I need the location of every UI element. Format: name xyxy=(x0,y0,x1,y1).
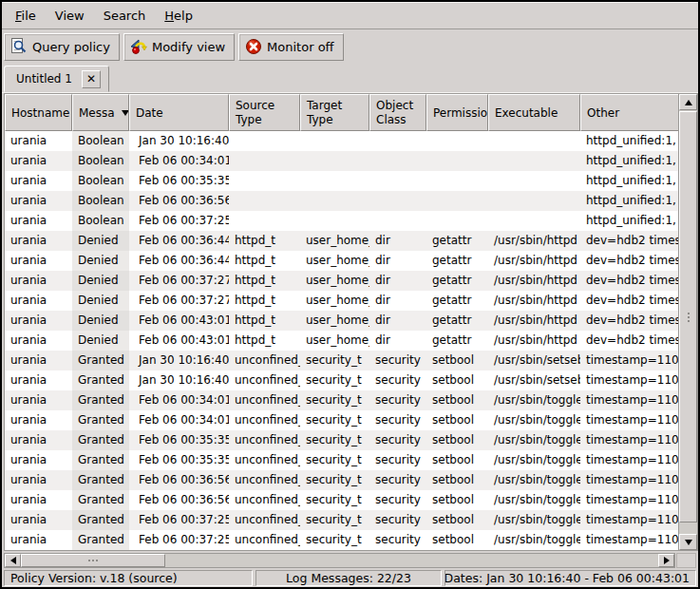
table-row[interactable]: uraniaDeniedFeb 06 00:36:44httpd_tuser_h… xyxy=(5,231,678,251)
log-messages-status: Log Messages: 22/23 xyxy=(255,570,442,586)
table-row[interactable]: uraniaGrantedFeb 06 00:36:56unconfined_s… xyxy=(5,470,678,490)
table-row[interactable]: uraniaBooleanFeb 06 00:35:35httpd_unifie… xyxy=(5,171,678,191)
horizontal-scroll-thumb[interactable] xyxy=(21,554,165,567)
policy-version-status: Policy Version: v.18 (source) xyxy=(4,570,253,586)
cell-source: httpd_t xyxy=(229,231,300,251)
column-header-source-type[interactable]: Source Type xyxy=(229,94,300,131)
cell-message: Boolean xyxy=(72,191,129,211)
table-row[interactable]: uraniaGrantedFeb 06 00:34:01unconfined_s… xyxy=(5,390,678,410)
cell-executable xyxy=(488,131,580,151)
query-policy-button[interactable]: Query policy xyxy=(4,33,120,61)
cell-permission: setbool xyxy=(426,370,488,390)
menu-help[interactable]: Help xyxy=(155,4,202,28)
dates-status: Dates: Jan 30 10:16:40 - Feb 06 00:43:01 xyxy=(445,570,696,586)
cell-target xyxy=(300,131,369,151)
cell-executable: /usr/sbin/toggle xyxy=(488,530,580,550)
column-header-executable[interactable]: Executable xyxy=(488,94,580,131)
cell-executable xyxy=(488,211,580,231)
vertical-scroll-thumb[interactable] xyxy=(679,111,697,522)
cell-hostname: urania xyxy=(5,271,72,291)
cell-hostname: urania xyxy=(5,450,72,470)
cell-target: user_home_ xyxy=(300,291,369,311)
cell-executable: /usr/sbin/httpd xyxy=(488,291,580,311)
cell-hostname: urania xyxy=(5,410,72,430)
table-row[interactable]: uraniaGrantedFeb 06 00:35:35unconfined_s… xyxy=(5,430,678,450)
column-header-object-class[interactable]: Object Class xyxy=(369,94,426,131)
log-table: Hostname Messa Date Source Type Target T… xyxy=(4,93,678,551)
monitor-off-icon xyxy=(245,38,262,55)
table-row[interactable]: uraniaBooleanFeb 06 00:36:56httpd_unifie… xyxy=(5,191,678,211)
scroll-right-button[interactable] xyxy=(658,554,674,567)
menu-file[interactable]: File xyxy=(6,4,46,28)
table-row[interactable]: uraniaGrantedJan 30 10:16:40unconfined_s… xyxy=(5,370,678,390)
table-row[interactable]: uraniaGrantedFeb 06 00:34:01unconfined_s… xyxy=(5,410,678,430)
cell-source: unconfined_ xyxy=(229,390,300,410)
cell-permission: getattr xyxy=(426,231,488,251)
column-header-target-type[interactable]: Target Type xyxy=(300,94,369,131)
vertical-scrollbar[interactable] xyxy=(678,93,698,551)
cell-message: Granted xyxy=(72,530,129,550)
cell-permission: getattr xyxy=(426,291,488,311)
cell-object_class: dir xyxy=(369,331,426,351)
table-row[interactable]: uraniaDeniedFeb 06 00:36:44httpd_tuser_h… xyxy=(5,251,678,271)
cell-message: Denied xyxy=(72,271,129,291)
horizontal-scrollbar[interactable] xyxy=(4,553,675,568)
table-row[interactable]: uraniaBooleanFeb 06 00:34:01httpd_unifie… xyxy=(5,151,678,171)
cell-hostname: urania xyxy=(5,470,72,490)
scroll-left-button[interactable] xyxy=(5,554,21,567)
modify-view-button[interactable]: Modify view xyxy=(123,33,235,61)
horizontal-scroll-track[interactable] xyxy=(21,554,658,567)
scroll-up-button[interactable] xyxy=(679,94,697,110)
column-header-permission[interactable]: Permission xyxy=(426,94,488,131)
cell-object_class: dir xyxy=(369,271,426,291)
table-row[interactable]: uraniaGrantedFeb 06 00:35:35unconfined_s… xyxy=(5,450,678,470)
cell-hostname: urania xyxy=(5,231,72,251)
cell-date: Feb 06 00:37:27 xyxy=(129,271,229,291)
tab-close-button[interactable]: ✕ xyxy=(82,70,101,88)
menu-search[interactable]: Search xyxy=(94,4,156,28)
table-row[interactable]: uraniaDeniedFeb 06 00:37:27httpd_tuser_h… xyxy=(5,291,678,311)
cell-target: security_t xyxy=(300,410,369,430)
cell-target: user_home_ xyxy=(300,251,369,271)
cell-hostname: urania xyxy=(5,211,72,231)
menu-view[interactable]: View xyxy=(46,4,94,28)
table-row[interactable]: uraniaGrantedFeb 06 00:37:25unconfined_s… xyxy=(5,530,678,550)
cell-permission: getattr xyxy=(426,271,488,291)
cell-object_class xyxy=(369,191,426,211)
cell-date: Feb 06 00:35:35 xyxy=(129,450,229,470)
column-header-date[interactable]: Date xyxy=(129,94,229,131)
cell-message: Granted xyxy=(72,510,129,530)
cell-permission: getattr xyxy=(426,311,488,331)
toolbar: Query policy Modify view xyxy=(2,29,698,64)
table-row[interactable]: uraniaGrantedFeb 06 00:37:25unconfined_s… xyxy=(5,510,678,530)
cell-date: Feb 06 00:37:25 xyxy=(129,510,229,530)
cell-permission xyxy=(426,191,488,211)
cell-target: security_t xyxy=(300,510,369,530)
cell-date: Feb 06 00:37:25 xyxy=(129,530,229,550)
cell-object_class xyxy=(369,151,426,171)
tab-untitled-1[interactable]: Untitled 1 ✕ xyxy=(4,66,109,92)
column-header-other[interactable]: Other xyxy=(580,94,678,131)
cell-object_class: dir xyxy=(369,251,426,271)
cell-date: Feb 06 00:35:35 xyxy=(129,171,229,191)
monitor-off-button[interactable]: Monitor off xyxy=(238,33,343,61)
table-row[interactable]: uraniaDeniedFeb 06 00:43:01httpd_tuser_h… xyxy=(5,311,678,331)
table-row[interactable]: uraniaBooleanFeb 06 00:37:25httpd_unifie… xyxy=(5,211,678,231)
cell-object_class: dir xyxy=(369,291,426,311)
cell-message: Denied xyxy=(72,251,129,271)
cell-permission: setbool xyxy=(426,510,488,530)
table-row[interactable]: uraniaDeniedFeb 06 00:37:27httpd_tuser_h… xyxy=(5,271,678,291)
cell-permission: getattr xyxy=(426,251,488,271)
vertical-scroll-track[interactable] xyxy=(679,110,697,534)
scroll-down-button[interactable] xyxy=(679,534,697,550)
monitor-off-label: Monitor off xyxy=(267,40,333,54)
table-row[interactable]: uraniaBooleanJan 30 10:16:40httpd_unifie… xyxy=(5,131,678,151)
cell-date: Feb 06 00:37:27 xyxy=(129,291,229,311)
cell-object_class: security xyxy=(369,490,426,510)
cell-source: unconfined_ xyxy=(229,430,300,450)
column-header-message[interactable]: Messa xyxy=(72,94,129,131)
table-row[interactable]: uraniaGrantedJan 30 10:16:40unconfined_s… xyxy=(5,351,678,370)
table-row[interactable]: uraniaDeniedFeb 06 00:43:01httpd_tuser_h… xyxy=(5,331,678,351)
column-header-hostname[interactable]: Hostname xyxy=(5,94,72,131)
table-row[interactable]: uraniaGrantedFeb 06 00:36:56unconfined_s… xyxy=(5,490,678,510)
